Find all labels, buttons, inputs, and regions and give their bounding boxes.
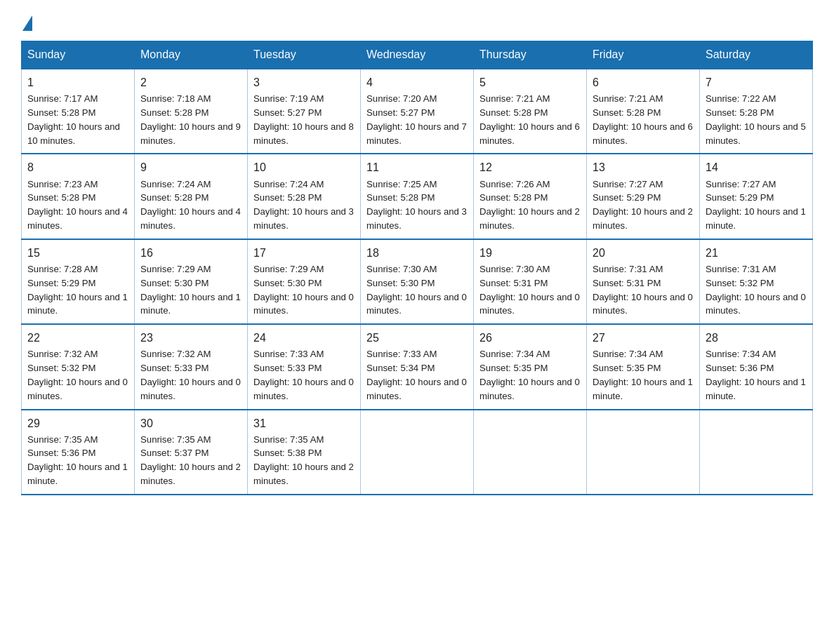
calendar-cell: 25Sunrise: 7:33 AMSunset: 5:34 PMDayligh…	[361, 324, 474, 409]
weekday-header-tuesday: Tuesday	[248, 41, 361, 69]
day-number: 7	[706, 74, 807, 90]
calendar-cell: 13Sunrise: 7:27 AMSunset: 5:29 PMDayligh…	[587, 154, 700, 239]
calendar-cell: 17Sunrise: 7:29 AMSunset: 5:30 PMDayligh…	[248, 239, 361, 324]
calendar-cell: 15Sunrise: 7:28 AMSunset: 5:29 PMDayligh…	[22, 239, 135, 324]
calendar-cell: 19Sunrise: 7:30 AMSunset: 5:31 PMDayligh…	[474, 239, 587, 324]
day-info: Sunrise: 7:28 AMSunset: 5:29 PMDaylight:…	[27, 262, 128, 318]
calendar-cell: 8Sunrise: 7:23 AMSunset: 5:28 PMDaylight…	[22, 154, 135, 239]
day-info: Sunrise: 7:34 AMSunset: 5:35 PMDaylight:…	[479, 347, 581, 403]
day-info: Sunrise: 7:33 AMSunset: 5:34 PMDaylight:…	[366, 347, 468, 403]
day-info: Sunrise: 7:30 AMSunset: 5:30 PMDaylight:…	[366, 262, 468, 318]
day-number: 8	[27, 159, 128, 175]
calendar-table: SundayMondayTuesdayWednesdayThursdayFrid…	[21, 41, 813, 495]
weekday-header-saturday: Saturday	[700, 41, 813, 69]
day-number: 25	[366, 330, 468, 346]
day-number: 10	[253, 159, 355, 175]
calendar-cell: 2Sunrise: 7:18 AMSunset: 5:28 PMDaylight…	[135, 69, 248, 154]
calendar-week-row: 29Sunrise: 7:35 AMSunset: 5:36 PMDayligh…	[22, 410, 813, 495]
page-header	[21, 14, 813, 28]
day-info: Sunrise: 7:34 AMSunset: 5:36 PMDaylight:…	[706, 347, 807, 403]
calendar-cell: 7Sunrise: 7:22 AMSunset: 5:28 PMDaylight…	[700, 69, 813, 154]
calendar-cell: 4Sunrise: 7:20 AMSunset: 5:27 PMDaylight…	[361, 69, 474, 154]
day-number: 28	[706, 330, 807, 346]
day-number: 14	[706, 159, 807, 175]
day-number: 15	[27, 245, 128, 261]
day-info: Sunrise: 7:21 AMSunset: 5:28 PMDaylight:…	[479, 92, 581, 147]
calendar-cell: 20Sunrise: 7:31 AMSunset: 5:31 PMDayligh…	[587, 239, 700, 324]
day-number: 31	[253, 415, 355, 431]
logo-triangle-icon	[22, 15, 32, 31]
calendar-cell: 28Sunrise: 7:34 AMSunset: 5:36 PMDayligh…	[700, 324, 813, 409]
day-info: Sunrise: 7:31 AMSunset: 5:32 PMDaylight:…	[706, 262, 807, 318]
day-number: 5	[479, 74, 581, 90]
day-number: 24	[253, 330, 355, 346]
calendar-week-row: 15Sunrise: 7:28 AMSunset: 5:29 PMDayligh…	[22, 239, 813, 324]
day-info: Sunrise: 7:17 AMSunset: 5:28 PMDaylight:…	[27, 92, 128, 147]
calendar-cell: 27Sunrise: 7:34 AMSunset: 5:35 PMDayligh…	[587, 324, 700, 409]
day-info: Sunrise: 7:26 AMSunset: 5:28 PMDaylight:…	[479, 177, 581, 233]
day-info: Sunrise: 7:32 AMSunset: 5:33 PMDaylight:…	[140, 347, 241, 403]
day-number: 6	[593, 74, 694, 90]
day-number: 12	[479, 159, 581, 175]
calendar-cell: 5Sunrise: 7:21 AMSunset: 5:28 PMDaylight…	[474, 69, 587, 154]
calendar-cell: 29Sunrise: 7:35 AMSunset: 5:36 PMDayligh…	[22, 410, 135, 495]
calendar-cell: 14Sunrise: 7:27 AMSunset: 5:29 PMDayligh…	[700, 154, 813, 239]
day-info: Sunrise: 7:27 AMSunset: 5:29 PMDaylight:…	[593, 177, 694, 233]
day-number: 27	[593, 330, 694, 346]
day-info: Sunrise: 7:23 AMSunset: 5:28 PMDaylight:…	[27, 177, 128, 233]
day-info: Sunrise: 7:25 AMSunset: 5:28 PMDaylight:…	[366, 177, 468, 233]
day-number: 18	[366, 245, 468, 261]
calendar-week-row: 1Sunrise: 7:17 AMSunset: 5:28 PMDaylight…	[22, 69, 813, 154]
day-info: Sunrise: 7:27 AMSunset: 5:29 PMDaylight:…	[706, 177, 807, 233]
calendar-cell: 22Sunrise: 7:32 AMSunset: 5:32 PMDayligh…	[22, 324, 135, 409]
day-number: 26	[479, 330, 581, 346]
day-info: Sunrise: 7:35 AMSunset: 5:37 PMDaylight:…	[140, 433, 241, 488]
calendar-cell: 16Sunrise: 7:29 AMSunset: 5:30 PMDayligh…	[135, 239, 248, 324]
day-number: 3	[253, 74, 355, 90]
day-info: Sunrise: 7:35 AMSunset: 5:38 PMDaylight:…	[253, 433, 355, 488]
calendar-cell: 31Sunrise: 7:35 AMSunset: 5:38 PMDayligh…	[248, 410, 361, 495]
calendar-cell: 6Sunrise: 7:21 AMSunset: 5:28 PMDaylight…	[587, 69, 700, 154]
weekday-header-thursday: Thursday	[474, 41, 587, 69]
day-info: Sunrise: 7:24 AMSunset: 5:28 PMDaylight:…	[140, 177, 241, 233]
calendar-cell	[587, 410, 700, 495]
calendar-cell: 1Sunrise: 7:17 AMSunset: 5:28 PMDaylight…	[22, 69, 135, 154]
logo	[21, 14, 32, 28]
day-number: 2	[140, 74, 241, 90]
weekday-header-friday: Friday	[587, 41, 700, 69]
calendar-cell	[474, 410, 587, 495]
day-number: 21	[706, 245, 807, 261]
day-info: Sunrise: 7:29 AMSunset: 5:30 PMDaylight:…	[140, 262, 241, 318]
day-number: 30	[140, 415, 241, 431]
day-info: Sunrise: 7:32 AMSunset: 5:32 PMDaylight:…	[27, 347, 128, 403]
day-number: 17	[253, 245, 355, 261]
calendar-cell: 3Sunrise: 7:19 AMSunset: 5:27 PMDaylight…	[248, 69, 361, 154]
weekday-header-sunday: Sunday	[22, 41, 135, 69]
calendar-cell	[700, 410, 813, 495]
calendar-week-row: 8Sunrise: 7:23 AMSunset: 5:28 PMDaylight…	[22, 154, 813, 239]
calendar-cell: 30Sunrise: 7:35 AMSunset: 5:37 PMDayligh…	[135, 410, 248, 495]
calendar-cell	[361, 410, 474, 495]
day-info: Sunrise: 7:33 AMSunset: 5:33 PMDaylight:…	[253, 347, 355, 403]
day-info: Sunrise: 7:22 AMSunset: 5:28 PMDaylight:…	[706, 92, 807, 147]
day-info: Sunrise: 7:30 AMSunset: 5:31 PMDaylight:…	[479, 262, 581, 318]
calendar-cell: 10Sunrise: 7:24 AMSunset: 5:28 PMDayligh…	[248, 154, 361, 239]
day-number: 9	[140, 159, 241, 175]
day-number: 23	[140, 330, 241, 346]
calendar-cell: 11Sunrise: 7:25 AMSunset: 5:28 PMDayligh…	[361, 154, 474, 239]
day-number: 16	[140, 245, 241, 261]
day-number: 11	[366, 159, 468, 175]
day-info: Sunrise: 7:34 AMSunset: 5:35 PMDaylight:…	[593, 347, 694, 403]
day-info: Sunrise: 7:35 AMSunset: 5:36 PMDaylight:…	[27, 433, 128, 488]
calendar-cell: 18Sunrise: 7:30 AMSunset: 5:30 PMDayligh…	[361, 239, 474, 324]
day-number: 29	[27, 415, 128, 431]
day-info: Sunrise: 7:18 AMSunset: 5:28 PMDaylight:…	[140, 92, 241, 147]
day-info: Sunrise: 7:19 AMSunset: 5:27 PMDaylight:…	[253, 92, 355, 147]
day-info: Sunrise: 7:20 AMSunset: 5:27 PMDaylight:…	[366, 92, 468, 147]
calendar-cell: 26Sunrise: 7:34 AMSunset: 5:35 PMDayligh…	[474, 324, 587, 409]
calendar-cell: 24Sunrise: 7:33 AMSunset: 5:33 PMDayligh…	[248, 324, 361, 409]
day-number: 13	[593, 159, 694, 175]
day-info: Sunrise: 7:21 AMSunset: 5:28 PMDaylight:…	[593, 92, 694, 147]
day-info: Sunrise: 7:24 AMSunset: 5:28 PMDaylight:…	[253, 177, 355, 233]
day-number: 20	[593, 245, 694, 261]
